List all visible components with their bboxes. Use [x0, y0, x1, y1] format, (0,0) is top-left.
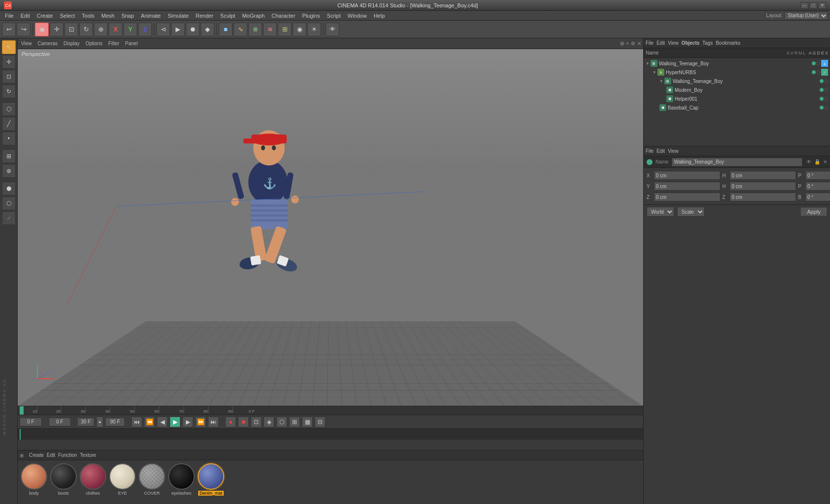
fps-field[interactable] — [77, 418, 94, 426]
scale-select[interactable]: Scale — [677, 207, 705, 217]
nurbs-button[interactable]: ⊗ — [248, 23, 262, 36]
select-tool-button[interactable]: ↖ — [2, 40, 16, 54]
next-key-button[interactable]: ⏩ — [195, 417, 206, 427]
minimize-button[interactable]: — — [800, 2, 808, 9]
vp-menu-panel[interactable]: Panel — [124, 40, 140, 47]
mode-c-button[interactable]: ⬡ — [276, 417, 287, 427]
menu-animate[interactable]: Animate — [138, 12, 164, 19]
mat-menu-edit[interactable]: Edit — [47, 452, 55, 458]
obj-menu-view[interactable]: View — [668, 40, 679, 46]
coord-name-field[interactable]: Walking_Teenage_Boy — [672, 158, 802, 167]
coord-icon-lock[interactable]: 🔒 — [814, 159, 820, 165]
coord-z-pos-field[interactable] — [654, 193, 720, 201]
vp-icon-expand[interactable]: ⊞ — [620, 41, 624, 46]
menu-help[interactable]: Help — [371, 12, 388, 19]
vp-menu-display[interactable]: Display — [62, 40, 81, 47]
coord-menu-view[interactable]: View — [668, 148, 679, 154]
menu-render[interactable]: Render — [193, 12, 216, 19]
vp-menu-cameras[interactable]: Cameras — [36, 40, 59, 47]
obj-row-helper001[interactable]: ▣ Helper001 — [645, 94, 829, 103]
vp-icon-plus[interactable]: + — [626, 41, 629, 46]
mat-menu-function[interactable]: Function — [58, 452, 77, 458]
menu-mograph[interactable]: MoGraph — [239, 12, 267, 19]
coord-menu-file[interactable]: File — [646, 148, 653, 154]
current-frame-field[interactable] — [20, 418, 42, 426]
coord-x-pos-field[interactable] — [654, 171, 720, 180]
material-body[interactable]: body — [21, 463, 47, 496]
obj-dot-1-2[interactable] — [816, 70, 820, 74]
bevel-button[interactable]: ⬡ — [2, 196, 16, 210]
coord-y-rot-field[interactable] — [805, 182, 830, 191]
close-button[interactable]: ✕ — [818, 2, 826, 9]
record-button[interactable]: ⏺ — [186, 23, 200, 36]
array-button[interactable]: ⊞ — [278, 23, 292, 36]
fps-up-btn[interactable]: ▲ — [96, 417, 103, 427]
menu-plugins[interactable]: Plugins — [299, 12, 323, 19]
vp-menu-options[interactable]: Options — [84, 40, 104, 47]
material-cover[interactable]: COVER — [139, 463, 165, 496]
prev-key-button[interactable]: ⏪ — [144, 417, 155, 427]
obj-menu-bookmarks[interactable]: Bookmarks — [716, 40, 741, 46]
parent-mode-button[interactable]: ⊲ — [156, 23, 170, 36]
world-select[interactable]: World — [647, 207, 674, 217]
timeline-button[interactable]: ▶ — [171, 23, 185, 36]
obj-row-baseball-cap[interactable]: ▣ Baseball_Cap — [645, 103, 829, 112]
selection-scale-button[interactable]: ⊡ — [64, 23, 78, 36]
prev-frame-button[interactable]: ◀ — [157, 417, 168, 427]
vp-icon-settings[interactable]: ⚙ — [631, 41, 635, 46]
menu-simulate[interactable]: Simulate — [165, 12, 192, 19]
timeline-track[interactable] — [18, 429, 643, 440]
coord-icon-eye[interactable]: 👁 — [806, 159, 811, 165]
obj-row-hypernurbs[interactable]: ▼ N HyperNURBS ✓ — [645, 68, 829, 77]
undo-button[interactable]: ↩ — [2, 23, 16, 36]
obj-dot-5-2[interactable] — [824, 106, 828, 110]
vp-menu-view[interactable]: View — [20, 40, 33, 47]
obj-row-walking-teenage-boy-child[interactable]: ▼ ⊞ Walking_Teenage_Boy — [645, 77, 829, 85]
mode-f-button[interactable]: ⊟ — [315, 417, 326, 427]
obj-arrow-2[interactable]: ▼ — [659, 79, 663, 84]
menu-create[interactable]: Create — [34, 12, 56, 19]
coord-z-rot-field[interactable] — [805, 193, 830, 201]
menu-snap[interactable]: Snap — [119, 12, 137, 19]
obj-dot-1-1[interactable] — [812, 70, 816, 74]
coord-icon-close[interactable]: ✕ — [823, 159, 827, 165]
selection-box-button[interactable]: ⊕ — [94, 23, 108, 36]
menu-mesh[interactable]: Mesh — [98, 12, 118, 19]
obj-dot-2-2[interactable] — [824, 79, 828, 83]
render-view-button[interactable]: 👁 — [326, 23, 339, 36]
obj-row-walking-teenage-boy-root[interactable]: ▼ ⊞ Walking_Teenage_Boy ▲ — [645, 59, 829, 68]
vp-icon-x[interactable]: ✕ — [637, 41, 641, 46]
axis-tool-button[interactable]: ⊕ — [2, 164, 16, 178]
mode-b-button[interactable]: ◈ — [264, 417, 274, 427]
obj-row-modern-boy[interactable]: ▣ Modern_Boy — [645, 85, 829, 94]
vp-menu-filter[interactable]: Filter — [107, 40, 120, 47]
obj-dot-2-1[interactable] — [820, 79, 824, 83]
layout-select[interactable]: Startup (User) — [784, 12, 828, 20]
z-axis-button[interactable]: Z — [138, 23, 152, 36]
play-button[interactable]: ▶ — [170, 417, 180, 427]
stop-button[interactable]: ■ — [238, 417, 249, 427]
x-axis-button[interactable]: X — [109, 23, 122, 36]
model-mode-button[interactable]: ◉ — [35, 23, 49, 36]
menu-window[interactable]: Window — [345, 12, 370, 19]
material-boots[interactable]: boots — [50, 463, 77, 496]
snap-tool-button[interactable]: ⊞ — [2, 149, 16, 163]
playhead-marker[interactable] — [20, 429, 21, 440]
redo-button[interactable]: ↪ — [17, 23, 30, 36]
coord-x-size-field[interactable] — [730, 171, 796, 180]
deform-button[interactable]: ≋ — [263, 23, 277, 36]
obj-arrow-0[interactable]: ▼ — [646, 61, 650, 66]
obj-dot-4-1[interactable] — [820, 97, 824, 101]
rotate-tool-button[interactable]: ↻ — [2, 84, 16, 98]
point-tool-button[interactable]: • — [2, 132, 16, 145]
move-tool-button[interactable]: ✛ — [2, 55, 16, 69]
light-button[interactable]: ☀ — [307, 23, 321, 36]
selection-rotate-button[interactable]: ↻ — [79, 23, 93, 36]
menu-edit[interactable]: Edit — [18, 12, 33, 19]
keyframe-button[interactable]: ◆ — [201, 23, 214, 36]
obj-dot-3-2[interactable] — [824, 88, 828, 92]
selection-move-button[interactable]: ✛ — [50, 23, 63, 36]
camera-button[interactable]: ◉ — [293, 23, 306, 36]
material-eye[interactable]: EYE — [109, 463, 136, 496]
material-denim[interactable]: Denim_mat — [198, 463, 224, 496]
